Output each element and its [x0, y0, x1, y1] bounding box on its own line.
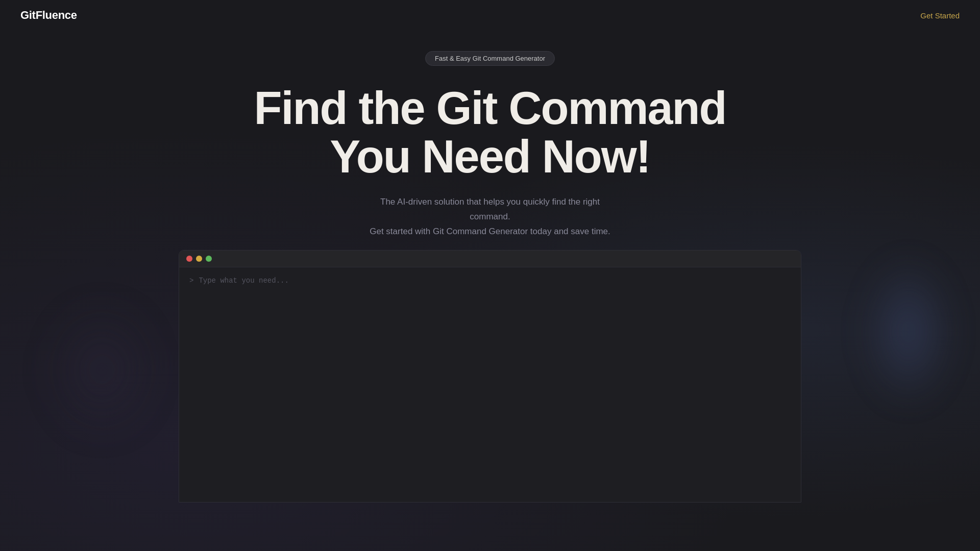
- terminal-wrapper: > Type what you need...: [179, 250, 801, 503]
- hero-badge: Fast & Easy Git Command Generator: [425, 51, 555, 66]
- badge-text: Fast & Easy Git Command Generator: [435, 55, 545, 62]
- hero-section: Fast & Easy Git Command Generator Find t…: [0, 0, 980, 286]
- terminal-close-dot[interactable]: [186, 256, 192, 262]
- hero-title-line2: You Need Now!: [330, 131, 650, 182]
- terminal-window: > Type what you need...: [179, 250, 801, 503]
- nav-get-started-link[interactable]: Get Started: [920, 11, 960, 20]
- prompt-arrow-icon: >: [189, 277, 193, 285]
- hero-title: Find the Git Command You Need Now!: [254, 84, 726, 181]
- terminal-body[interactable]: > Type what you need...: [179, 267, 801, 502]
- terminal-input-placeholder: Type what you need...: [199, 277, 288, 285]
- header: GitFluence Get Started: [0, 0, 980, 31]
- hero-subtitle-line2: Get started with Git Command Generator t…: [370, 227, 610, 236]
- terminal-minimize-dot[interactable]: [196, 256, 202, 262]
- glow-left: [51, 306, 153, 434]
- terminal-prompt-line: > Type what you need...: [189, 277, 791, 285]
- logo: GitFluence: [20, 9, 77, 22]
- terminal-titlebar: [179, 251, 801, 267]
- terminal-maximize-dot[interactable]: [206, 256, 212, 262]
- hero-title-line1: Find the Git Command: [254, 83, 726, 134]
- hero-subtitle: The AI-driven solution that helps you qu…: [362, 195, 618, 239]
- hero-subtitle-line1: The AI-driven solution that helps you qu…: [380, 197, 600, 221]
